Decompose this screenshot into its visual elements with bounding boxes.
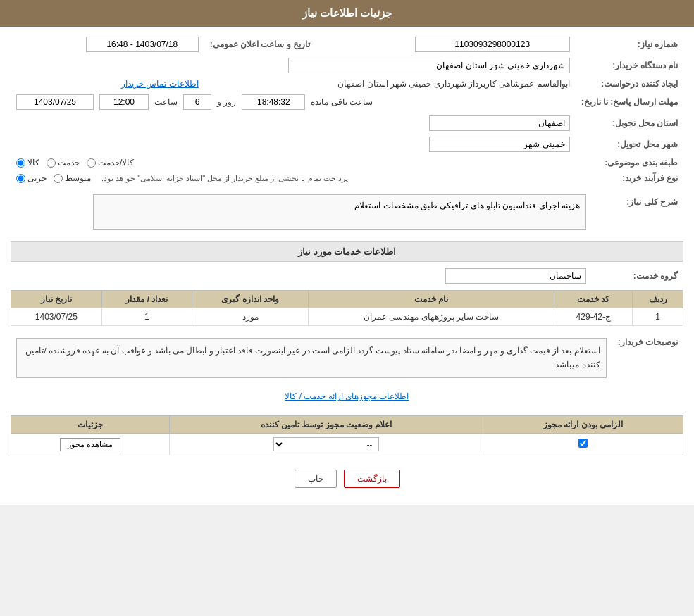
deadline-row: مهلت ارسال پاسخ: تا تاریخ: ساعت باقی مان… bbox=[11, 92, 683, 113]
buyer-org-label: نام دستگاه خریدار: bbox=[576, 55, 683, 76]
purchase-note-text: پرداخت تمام یا بخشی از مبلغ خریدار از مح… bbox=[101, 174, 348, 183]
deadline-time-input[interactable] bbox=[99, 94, 149, 110]
category-khadamat-label: خدمت bbox=[58, 158, 80, 168]
permissions-required-checkbox[interactable] bbox=[578, 439, 588, 448]
buyer-note-text: استعلام بعد از قیمت گذاری و مهر و امضا ،… bbox=[25, 346, 600, 369]
deadline-values: ساعت باقی مانده روز و ساعت bbox=[11, 92, 576, 113]
deadline-remaining-input[interactable] bbox=[242, 94, 305, 110]
cell-date: 1403/07/25 bbox=[11, 308, 102, 326]
table-row: 1 ج-42-429 ساخت سایر پروژههای مهندسی عمر… bbox=[11, 308, 683, 326]
buyer-note-content: استعلام بعد از قیمت گذاری و مهر و امضا ،… bbox=[16, 338, 607, 378]
category-khadamat: خدمت bbox=[47, 158, 80, 168]
permissions-status-select[interactable]: -- bbox=[273, 437, 379, 451]
cell-name: ساخت سایر پروژههای مهندسی عمران bbox=[308, 308, 554, 326]
category-kala-khadamat-label: کالا/خدمت bbox=[98, 158, 134, 168]
view-permission-button[interactable]: مشاهده مجوز bbox=[60, 438, 120, 451]
col-quantity: تعداد / مقدار bbox=[101, 291, 192, 308]
requester-name: ابوالقاسم عموشاهی کاربرداز شهرداری خمینی… bbox=[337, 79, 569, 89]
purchase-type-jozii: جزیی bbox=[16, 173, 47, 183]
description-table: شرح کلی نیاز: هزینه اجرای فنداسیون تابلو… bbox=[11, 191, 683, 234]
announcement-date-input[interactable] bbox=[86, 37, 199, 52]
cell-quantity: 1 bbox=[101, 308, 192, 326]
deadline-days-input[interactable] bbox=[183, 94, 211, 110]
buyer-note-row: توضیحات خریدار: استعلام بعد از قیمت گذار… bbox=[11, 332, 683, 384]
category-kala-khadamat: کالا/خدمت bbox=[87, 158, 134, 168]
category-kala-radio[interactable] bbox=[16, 158, 25, 168]
buyer-org-row: نام دستگاه خریدار: bbox=[11, 55, 683, 76]
cell-code: ج-42-429 bbox=[554, 308, 633, 326]
category-kala: کالا bbox=[16, 158, 39, 168]
buyer-org-input[interactable] bbox=[288, 58, 570, 73]
contact-link-cell: اطلاعات تماس خریدار bbox=[11, 76, 204, 92]
province-label: استان محل تحویل: bbox=[576, 113, 683, 134]
purchase-type-mottasat: متوسط bbox=[54, 173, 91, 183]
category-kala-khadamat-radio[interactable] bbox=[87, 158, 96, 168]
print-button[interactable]: چاپ bbox=[295, 470, 337, 488]
col-name: نام خدمت bbox=[308, 291, 554, 308]
purchase-type-value: پرداخت تمام یا بخشی از مبلغ خریدار از مح… bbox=[11, 170, 576, 186]
category-value: کالا/خدمت خدمت کالا bbox=[11, 155, 576, 170]
purchase-type-label: نوع فرآیند خرید: bbox=[576, 170, 683, 186]
cell-row: 1 bbox=[633, 308, 683, 326]
province-row: استان محل تحویل: bbox=[11, 113, 683, 134]
permissions-required-cell bbox=[483, 434, 683, 455]
province-value bbox=[11, 113, 576, 134]
city-row: شهر محل تحویل: bbox=[11, 134, 683, 155]
purchase-type-jozii-label: جزیی bbox=[27, 173, 47, 183]
deadline-days-label: روز و bbox=[217, 97, 236, 107]
description-row: شرح کلی نیاز: هزینه اجرای فنداسیون تابلو… bbox=[11, 191, 683, 234]
order-row: شماره نیاز: تاریخ و ساعت اعلان عمومی: bbox=[11, 34, 683, 55]
permissions-table: الزامی بودن ارائه مجوز اعلام وضعیت مجوز … bbox=[11, 415, 683, 455]
category-label: طبقه بندی موضوعی: bbox=[576, 155, 683, 170]
permissions-section-title[interactable]: اطلاعات مجوزهای ارائه خدمت / کالا bbox=[11, 388, 683, 405]
col-row: ردیف bbox=[633, 291, 683, 308]
col-required: الزامی بودن ارائه مجوز bbox=[483, 416, 683, 434]
announcement-date-label: تاریخ و ساعت اعلان عمومی: bbox=[204, 34, 316, 55]
deadline-time-label: ساعت bbox=[154, 97, 178, 107]
city-label: شهر محل تحویل: bbox=[576, 134, 683, 155]
category-row: طبقه بندی موضوعی: کالا/خدمت خدمت bbox=[11, 155, 683, 170]
announcement-date-value bbox=[11, 34, 204, 55]
col-unit: واحد اندازه گیری bbox=[192, 291, 309, 308]
requester-row: ایجاد کننده درخواست: ابوالقاسم عموشاهی ک… bbox=[11, 76, 683, 92]
deadline-label: مهلت ارسال پاسخ: تا تاریخ: bbox=[576, 92, 683, 113]
permissions-row: -- مشاهده مجوز bbox=[11, 434, 683, 455]
description-textarea[interactable]: هزینه اجرای فنداسیون تابلو های ترافیکی ط… bbox=[93, 194, 586, 230]
buyer-note-value: استعلام بعد از قیمت گذاری و مهر و امضا ،… bbox=[11, 332, 612, 384]
service-group-table: گروه خدمت: bbox=[11, 265, 683, 287]
service-group-value bbox=[11, 265, 592, 287]
permissions-table-header: الزامی بودن ارائه مجوز اعلام وضعیت مجوز … bbox=[11, 416, 683, 434]
permissions-status-cell: -- bbox=[170, 434, 483, 455]
col-code: کد خدمت bbox=[554, 291, 633, 308]
service-group-input[interactable] bbox=[445, 268, 586, 284]
services-table: ردیف کد خدمت نام خدمت واحد اندازه گیری ت… bbox=[11, 290, 683, 326]
city-input[interactable] bbox=[429, 137, 570, 152]
col-details: جزئیات bbox=[11, 416, 170, 434]
purchase-type-mottasat-label: متوسط bbox=[65, 173, 91, 183]
buyer-org-value bbox=[11, 55, 576, 76]
purchase-type-mottasat-radio[interactable] bbox=[54, 174, 63, 183]
cell-unit: مورد bbox=[192, 308, 309, 326]
main-form-table: شماره نیاز: تاریخ و ساعت اعلان عمومی: نا… bbox=[11, 34, 683, 186]
col-date: تاریخ نیاز bbox=[11, 291, 102, 308]
description-value: هزینه اجرای فنداسیون تابلو های ترافیکی ط… bbox=[11, 191, 592, 234]
back-button[interactable]: بازگشت bbox=[344, 470, 400, 488]
contact-link[interactable]: اطلاعات تماس خریدار bbox=[121, 79, 199, 89]
col-status: اعلام وضعیت مجوز توسط تامین کننده bbox=[170, 416, 483, 434]
requester-value: ابوالقاسم عموشاهی کاربرداز شهرداری خمینی… bbox=[204, 76, 576, 92]
order-number-label: شماره نیاز: bbox=[576, 34, 683, 55]
page-title: جزئیات اطلاعات نیاز bbox=[302, 7, 392, 19]
order-number-input[interactable] bbox=[415, 37, 570, 52]
page-wrapper: جزئیات اطلاعات نیاز شماره نیاز: تاریخ و … bbox=[0, 0, 694, 505]
page-header: جزئیات اطلاعات نیاز bbox=[0, 0, 694, 27]
purchase-type-jozii-radio[interactable] bbox=[16, 174, 25, 183]
province-input[interactable] bbox=[429, 115, 570, 131]
services-section-title: اطلاعات خدمات مورد نیاز bbox=[11, 241, 683, 262]
deadline-remaining-label: ساعت باقی مانده bbox=[311, 97, 373, 107]
service-group-label: گروه خدمت: bbox=[592, 265, 683, 287]
service-group-row: گروه خدمت: bbox=[11, 265, 683, 287]
buyer-note-label: توضیحات خریدار: bbox=[612, 332, 683, 384]
deadline-date-input[interactable] bbox=[16, 94, 94, 110]
category-khadamat-radio[interactable] bbox=[47, 158, 56, 168]
services-table-header: ردیف کد خدمت نام خدمت واحد اندازه گیری ت… bbox=[11, 291, 683, 308]
